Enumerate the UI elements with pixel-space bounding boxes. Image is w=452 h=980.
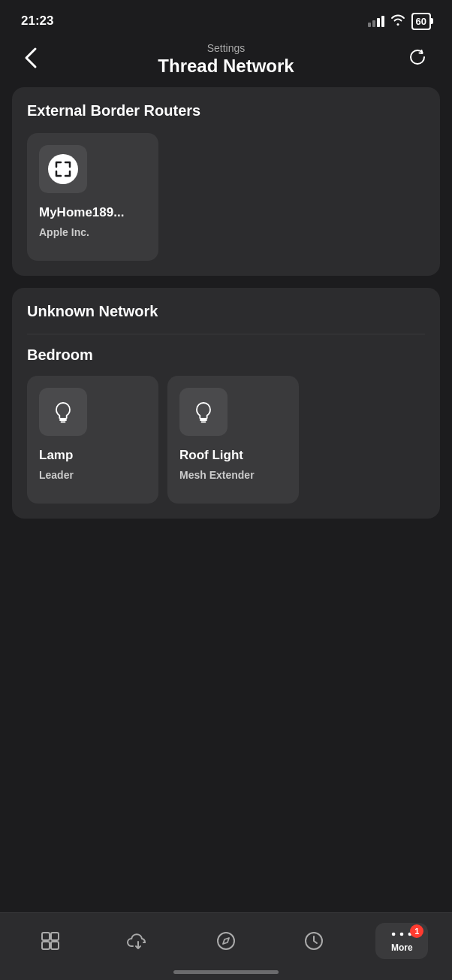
signal-icon <box>368 16 384 27</box>
more-label: More <box>391 942 413 953</box>
header-center: Settings Thread Network <box>158 42 294 77</box>
external-border-routers-card: External Border Routers MyHome189... <box>12 87 440 276</box>
dots-icon <box>391 929 412 939</box>
tab-discover[interactable] <box>200 926 252 956</box>
router-icon-circle <box>48 154 78 184</box>
bulb-icon-roof <box>190 398 217 425</box>
svg-point-7 <box>400 932 404 936</box>
external-border-routers-title: External Border Routers <box>27 102 425 119</box>
compass-icon <box>215 930 237 951</box>
roof-light-name: Roof Light <box>179 448 287 463</box>
tab-home[interactable] <box>24 926 77 956</box>
home-indicator <box>173 970 279 974</box>
status-bar: 21:23 60 <box>0 0 452 38</box>
wifi-icon <box>390 14 405 29</box>
settings-label: Settings <box>158 42 294 54</box>
unknown-network-title: Unknown Network <box>27 303 425 320</box>
lamp-sub: Leader <box>39 469 146 481</box>
bedroom-title: Bedroom <box>27 346 425 364</box>
roof-light-item[interactable]: Roof Light Mesh Extender <box>167 376 299 504</box>
clock-icon <box>303 930 324 951</box>
bulb-icon-lamp <box>50 398 77 425</box>
battery-indicator: 60 <box>411 13 431 30</box>
border-router-item[interactable]: MyHome189... Apple Inc. <box>27 133 158 261</box>
grid-icon <box>40 930 61 951</box>
router-sub: Apple Inc. <box>39 226 146 238</box>
router-icon-wrap <box>39 145 87 193</box>
svg-rect-0 <box>42 933 50 940</box>
back-button[interactable] <box>18 44 44 75</box>
border-routers-grid: MyHome189... Apple Inc. <box>27 133 425 261</box>
router-name: MyHome189... <box>39 205 146 220</box>
lamp-name: Lamp <box>39 448 146 463</box>
tab-more[interactable]: 1 More <box>375 923 428 959</box>
svg-point-4 <box>218 933 234 949</box>
roof-light-icon-wrap <box>179 388 228 436</box>
svg-point-6 <box>392 932 396 936</box>
battery-level: 60 <box>416 16 426 27</box>
lamp-icon-wrap <box>39 388 87 436</box>
svg-rect-1 <box>51 933 59 940</box>
refresh-button[interactable] <box>401 44 434 75</box>
section-divider <box>27 334 425 334</box>
bedroom-devices-grid: Lamp Leader Roof Light Mesh Extender <box>27 376 425 504</box>
header: Settings Thread Network <box>0 38 452 87</box>
more-badge: 1 <box>410 924 423 938</box>
roof-light-sub: Mesh Extender <box>179 469 287 481</box>
lamp-item[interactable]: Lamp Leader <box>27 376 158 504</box>
unknown-network-card: Unknown Network Bedroom Lamp Leader <box>12 288 440 519</box>
svg-rect-3 <box>51 942 59 949</box>
tab-cloud[interactable] <box>112 927 164 955</box>
page-title: Thread Network <box>158 56 294 76</box>
status-time: 21:23 <box>21 14 53 29</box>
tab-history[interactable] <box>288 926 340 956</box>
svg-rect-2 <box>42 942 50 949</box>
status-icons: 60 <box>368 13 431 30</box>
main-content: External Border Routers MyHome189... <box>0 87 452 606</box>
cloud-icon <box>127 931 149 951</box>
arrows-expand-icon <box>53 159 74 180</box>
